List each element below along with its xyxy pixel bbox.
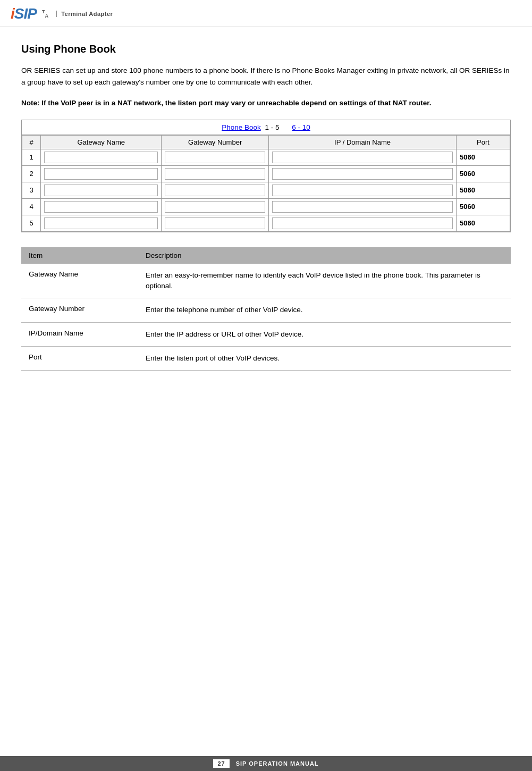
logo-area: iSIP TA Terminal Adapter [11,5,113,22]
desc-table-row: Port Enter the listen port of other VoIP… [21,346,511,370]
port-value: 5060 [460,203,475,211]
port-value: 5060 [460,186,475,194]
desc-item: Gateway Number [21,298,138,322]
ip-domain-input[interactable] [272,152,453,163]
table-row: 1 5060 [22,149,510,165]
gateway-name-input[interactable] [44,185,158,196]
phonebook-table: # Gateway Name Gateway Number IP / Domai… [22,135,510,232]
gateway-number-input[interactable] [165,217,265,229]
gateway-number-input[interactable] [165,152,265,163]
page-title: Using Phone Book [21,43,511,55]
row-name-cell[interactable] [41,182,162,198]
gateway-name-input[interactable] [44,168,158,180]
row-number-cell[interactable] [162,165,269,182]
desc-text: Enter the IP address or URL of other VoI… [138,322,511,346]
row-number: 1 [22,149,41,165]
gateway-name-input[interactable] [44,217,158,229]
port-value: 5060 [460,153,475,161]
row-number: 2 [22,165,41,182]
col-hash: # [22,135,41,149]
desc-table-row: Gateway Name Enter an easy-to-remember n… [21,264,511,298]
row-ip-cell[interactable] [269,182,457,198]
phonebook-link[interactable]: Phone Book [222,123,261,131]
logo-s: S [14,5,24,22]
row-name-cell[interactable] [41,165,162,182]
footer-page-number: 27 [213,759,229,768]
gateway-name-input[interactable] [44,152,158,163]
desc-text: Enter the telephone number of other VoIP… [138,298,511,322]
row-port-cell[interactable]: 5060 [457,165,510,182]
page-footer: 27 SIP OPERATION MANUAL [0,756,532,771]
desc-col-item: Item [21,247,138,264]
row-name-cell[interactable] [41,215,162,231]
gateway-number-input[interactable] [165,168,265,180]
ip-domain-input[interactable] [272,185,453,196]
table-row: 4 5060 [22,198,510,215]
phonebook-container: Phone Book 1 - 5 6 - 10 # Gateway Name G… [21,120,511,232]
phonebook-nav: Phone Book 1 - 5 6 - 10 [22,120,510,135]
row-ip-cell[interactable] [269,165,457,182]
ip-domain-input[interactable] [272,201,453,213]
note-paragraph: Note: If the VoIP peer is in a NAT netwo… [21,97,511,109]
nav-range1: 1 - 5 [265,123,280,131]
row-number: 4 [22,198,41,215]
desc-text: Enter an easy-to-remember name to identi… [138,264,511,298]
table-header-row: # Gateway Name Gateway Number IP / Domai… [22,135,510,149]
row-name-cell[interactable] [41,149,162,165]
gateway-number-input[interactable] [165,201,265,213]
row-ip-cell[interactable] [269,215,457,231]
desc-item: Gateway Name [21,264,138,298]
intro-paragraph: OR SERIES can set up and store 100 phone… [21,65,511,88]
row-ip-cell[interactable] [269,149,457,165]
desc-item: Port [21,346,138,370]
row-port-cell[interactable]: 5060 [457,149,510,165]
port-value: 5060 [460,170,475,178]
row-number: 5 [22,215,41,231]
table-row: 5 5060 [22,215,510,231]
gateway-number-input[interactable] [165,185,265,196]
row-ip-cell[interactable] [269,198,457,215]
logo-i: i [11,5,14,22]
desc-item: IP/Domain Name [21,322,138,346]
row-number-cell[interactable] [162,182,269,198]
row-name-cell[interactable] [41,198,162,215]
ip-domain-input[interactable] [272,217,453,229]
row-port-cell[interactable]: 5060 [457,215,510,231]
footer-manual-text: SIP OPERATION MANUAL [236,760,319,767]
col-gateway-number: Gateway Number [162,135,269,149]
description-table: Item Description Gateway Name Enter an e… [21,247,511,371]
row-number-cell[interactable] [162,149,269,165]
port-value: 5060 [460,219,475,227]
logo-ta: TA [42,9,48,19]
row-number-cell[interactable] [162,198,269,215]
desc-text: Enter the listen port of other VoIP devi… [138,346,511,370]
desc-col-desc: Description [138,247,511,264]
desc-table-row: Gateway Number Enter the telephone numbe… [21,298,511,322]
main-content: Using Phone Book OR SERIES can set up an… [0,27,532,381]
desc-table-row: IP/Domain Name Enter the IP address or U… [21,322,511,346]
col-ip-domain: IP / Domain Name [269,135,457,149]
page-header: iSIP TA Terminal Adapter [0,0,532,27]
logo-isip: iSIP [11,5,37,22]
row-port-cell[interactable]: 5060 [457,182,510,198]
col-gateway-name: Gateway Name [41,135,162,149]
row-number: 3 [22,182,41,198]
row-number-cell[interactable] [162,215,269,231]
logo-subtitle: Terminal Adapter [56,11,113,17]
ip-domain-input[interactable] [272,168,453,180]
col-port: Port [457,135,510,149]
phonebook-link-2[interactable]: 6 - 10 [292,123,310,131]
table-row: 3 5060 [22,182,510,198]
row-port-cell[interactable]: 5060 [457,198,510,215]
desc-header-row: Item Description [21,247,511,264]
logo-p: P [27,5,37,22]
gateway-name-input[interactable] [44,201,158,213]
table-row: 2 5060 [22,165,510,182]
